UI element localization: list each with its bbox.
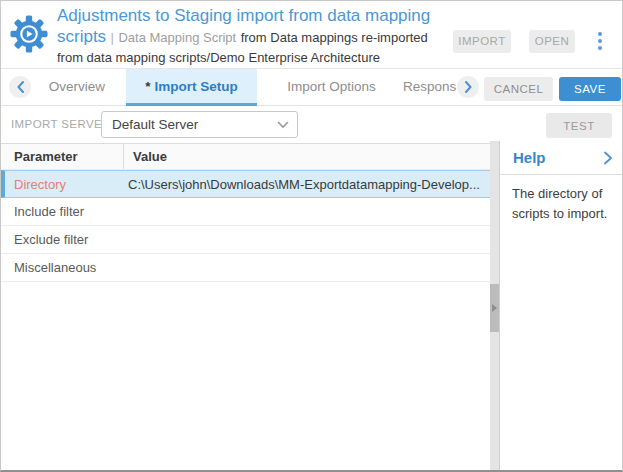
tab-import-setup-label: Import Setup	[155, 79, 238, 94]
page-title: Adjustments to Staging import from data …	[57, 6, 455, 67]
chevron-left-icon	[16, 80, 25, 94]
tab-import-setup[interactable]: *Import Setup	[126, 69, 257, 106]
help-text: The directory of scripts to import.	[500, 175, 623, 224]
cancel-button[interactable]: CANCEL	[484, 77, 553, 101]
tab-responsibilities[interactable]: Respons	[403, 69, 459, 105]
help-panel-title: Help	[513, 149, 546, 166]
help-panel-header: Help	[500, 141, 623, 175]
import-server-selected-value: Default Server	[112, 117, 277, 132]
header: Adjustments to Staging import from data …	[1, 1, 622, 69]
parameter-name: Include filter	[1, 198, 124, 225]
parameter-value	[124, 198, 490, 225]
import-server-select[interactable]: Default Server	[101, 111, 298, 138]
import-server-row: IMPORT SERVER Default Server TEST	[1, 107, 622, 143]
import-button[interactable]: IMPORT	[453, 30, 511, 53]
collapse-right-arrow-icon	[492, 304, 497, 312]
chevron-right-icon	[603, 150, 613, 166]
more-options-kebab-icon[interactable]	[596, 32, 604, 50]
tabs-scroll-left-button[interactable]	[9, 76, 31, 98]
parameter-name: Directory	[5, 171, 124, 197]
table-row-miscellaneous[interactable]: Miscellaneous	[1, 254, 490, 282]
gear-play-icon	[9, 14, 49, 54]
table-row-exclude-filter[interactable]: Exclude filter	[1, 226, 490, 254]
column-header-parameter: Parameter	[1, 144, 124, 169]
tab-overview[interactable]: Overview	[37, 69, 117, 105]
parameter-name: Miscellaneous	[1, 254, 124, 281]
help-panel: Help The directory of scripts to import.	[499, 141, 623, 471]
open-button[interactable]: OPEN	[529, 30, 575, 53]
parameter-value	[124, 254, 490, 281]
table-header: Parameter Value	[1, 143, 490, 170]
tabs-scroll-right-button[interactable]	[457, 76, 479, 98]
save-button[interactable]: SAVE	[559, 77, 621, 101]
test-connection-button[interactable]: TEST	[546, 113, 612, 138]
chevron-right-icon	[464, 80, 473, 94]
help-collapse-button[interactable]	[603, 150, 613, 170]
table-row-directory[interactable]: Directory C:\Users\john\Downloads\MM-Exp…	[1, 170, 490, 198]
panel-splitter[interactable]	[490, 141, 499, 471]
title-object-type: Data Mapping Script	[118, 30, 236, 45]
chevron-down-icon	[277, 121, 289, 129]
import-configuration-window: Adjustments to Staging import from data …	[0, 0, 623, 472]
column-header-value: Value	[124, 144, 490, 169]
parameter-value	[124, 226, 490, 253]
table-row-include-filter[interactable]: Include filter	[1, 198, 490, 226]
parameter-table: Directory C:\Users\john\Downloads\MM-Exp…	[1, 170, 490, 282]
parameter-value: C:\Users\john\Downloads\MM-Exportdatamap…	[124, 171, 490, 197]
tab-import-options[interactable]: Import Options	[269, 69, 394, 105]
title-separator: |	[111, 30, 114, 45]
parameter-name: Exclude filter	[1, 226, 124, 253]
unsaved-changes-marker: *	[145, 79, 150, 94]
splitter-handle[interactable]	[490, 284, 499, 332]
import-server-label: IMPORT SERVER	[11, 118, 111, 130]
